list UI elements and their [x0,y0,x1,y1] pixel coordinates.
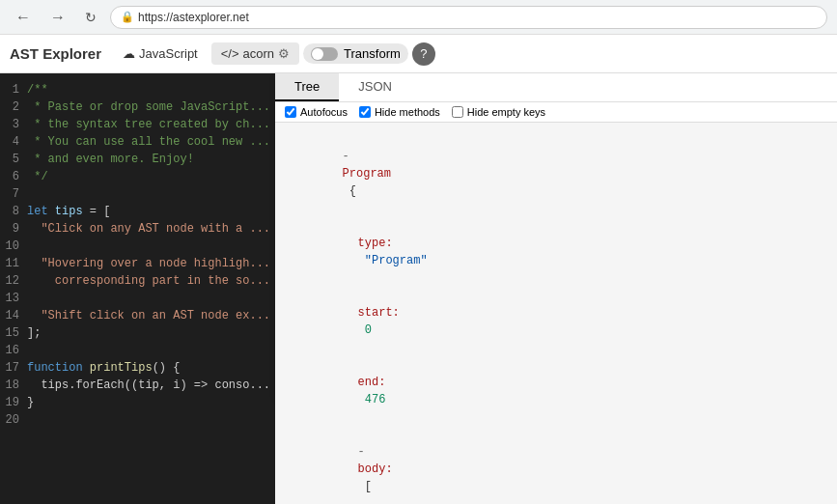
toggle-icon[interactable]: - [343,150,349,163]
code-line: 13 [0,290,275,307]
browser-bar: ← → ↻ 🔒 https://astexplorer.net [0,0,837,35]
code-line: 17 function printTips() { [0,359,275,377]
line-number: 3 [0,116,27,133]
app-toolbar: AST Explorer ☁ JavaScript </> acorn ⚙ Tr… [0,35,837,73]
line-content: * and even more. Enjoy! [27,151,275,168]
back-button[interactable]: ← [10,7,37,28]
line-content: ]; [27,324,275,342]
hide-empty-option[interactable]: Hide empty keys [452,106,545,118]
hide-methods-checkbox[interactable] [359,106,371,118]
language-button[interactable]: ☁ JavaScript [113,42,208,65]
line-content: * You can use all the cool new ... [27,133,275,151]
ast-content[interactable]: - Program { type: "Program" start: 0 end… [275,123,837,504]
line-number: 15 [0,324,27,342]
line-content: /** [27,81,275,98]
url-text: https://astexplorer.net [138,11,249,24]
parser-icon: </> [221,46,239,61]
ast-node-program[interactable]: - Program { [287,130,825,217]
line-number: 20 [0,411,27,429]
gear-icon: ⚙ [278,46,290,61]
autofocus-option[interactable]: Autofocus [285,106,348,118]
line-content: tips.forEach((tip, i) => conso... + tip)… [27,377,275,394]
ast-field-end: end: 476 [287,356,825,426]
line-content [27,411,275,429]
code-line: 7 [0,185,275,203]
line-number: 12 [0,272,27,290]
transform-label: Transform [344,46,401,61]
line-number: 1 [0,81,27,98]
code-line: 9 "Click on any AST node with a ... [0,220,275,238]
ast-field-start: start: 0 [287,287,825,356]
line-content: "Click on any AST node with a ... [27,220,275,238]
line-content: * the syntax tree created by ch... [27,116,275,133]
language-label: JavaScript [139,46,198,61]
line-number: 18 [0,377,27,394]
address-bar[interactable]: 🔒 https://astexplorer.net [110,6,827,29]
line-content: corresponding part in the so... [27,272,275,290]
code-line: 15 ]; [0,324,275,342]
line-content [27,290,275,307]
ast-options: Autofocus Hide methods Hide empty keys [275,102,837,123]
autofocus-checkbox[interactable] [285,106,296,118]
hide-empty-checkbox[interactable] [452,106,463,118]
ast-field-body[interactable]: - body: [ [287,426,825,504]
help-button[interactable]: ? [412,42,435,66]
line-content: function printTips() { [27,359,275,377]
line-number: 16 [0,342,27,359]
line-number: 10 [0,238,27,255]
code-line: 11 "Hovering over a node highligh... [0,255,275,272]
line-number: 2 [0,98,27,116]
line-content: } [27,394,275,411]
tab-json[interactable]: JSON [339,73,411,101]
refresh-button[interactable]: ↻ [79,8,102,27]
ast-field-type: type: "Program" [287,217,825,287]
code-line: 4 * You can use all the cool new ... [0,133,275,151]
hide-empty-label: Hide empty keys [467,106,545,118]
line-content [27,238,275,255]
line-number: 8 [0,203,27,220]
code-line: 19 } [0,394,275,411]
line-content: */ [27,168,275,185]
line-number: 14 [0,307,27,324]
line-number: 19 [0,394,27,411]
code-line: 2 * Paste or drop some JavaScript... [0,98,275,116]
toggle-switch[interactable] [311,47,338,61]
line-content [27,342,275,359]
line-number: 4 [0,133,27,151]
code-line: 18 tips.forEach((tip, i) => conso... + t… [0,377,275,394]
ast-tabs: Tree JSON [275,73,837,102]
code-line: 16 [0,342,275,359]
transform-toggle[interactable]: Transform [303,43,408,64]
code-line: 14 "Shift click on an AST node ex... `bs… [0,307,275,324]
forward-button[interactable]: → [44,7,71,28]
code-line: 3 * the syntax tree created by ch... [0,116,275,133]
code-line: 10 [0,238,275,255]
js-icon: ☁ [123,46,135,61]
hide-methods-label: Hide methods [375,106,440,118]
lock-icon: 🔒 [121,11,134,23]
line-number: 11 [0,255,27,272]
line-content: "Shift click on an AST node ex... `bstre… [27,307,275,324]
autofocus-label: Autofocus [300,106,348,118]
main-content: 1 /** 2 * Paste or drop some JavaScript.… [0,73,837,504]
tab-tree[interactable]: Tree [275,73,339,101]
code-lines: 1 /** 2 * Paste or drop some JavaScript.… [0,73,275,436]
code-line: 1 /** [0,81,275,98]
line-number: 6 [0,168,27,185]
code-editor[interactable]: 1 /** 2 * Paste or drop some JavaScript.… [0,73,275,504]
code-line: 8 let tips = [ [0,203,275,220]
code-line: 12 corresponding part in the so... [0,272,275,290]
hide-methods-option[interactable]: Hide methods [359,106,440,118]
line-number: 13 [0,290,27,307]
parser-button[interactable]: </> acorn ⚙ [211,42,299,65]
code-line: 6 */ [0,168,275,185]
code-line: 20 [0,411,275,429]
line-number: 7 [0,185,27,203]
line-number: 5 [0,151,27,168]
toggle-icon[interactable]: - [358,445,365,459]
app-title: AST Explorer [10,45,101,62]
code-line: 5 * and even more. Enjoy! [0,151,275,168]
line-content [27,185,275,203]
line-content: let tips = [ [27,203,275,220]
parser-label: acorn [243,46,275,61]
